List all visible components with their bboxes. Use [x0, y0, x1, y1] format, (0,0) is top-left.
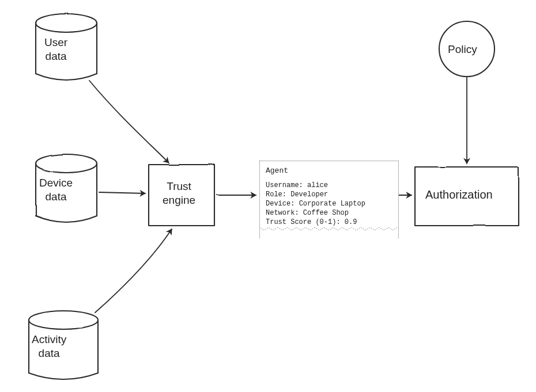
- label-device-data: Device data: [39, 176, 73, 204]
- agent-row-role: Role: Developer: [266, 190, 392, 199]
- agent-username-value: alice: [307, 181, 328, 189]
- arrow-user-to-trust: [89, 81, 169, 163]
- arrow-activity-to-trust: [95, 229, 172, 313]
- agent-title: Agent: [266, 166, 392, 176]
- agent-network-label: Network:: [266, 209, 299, 217]
- label-activity-data: Activity data: [32, 333, 66, 360]
- agent-role-label: Role:: [266, 191, 286, 199]
- agent-trust-value: 0.9: [345, 218, 357, 226]
- label-policy: Policy: [448, 43, 477, 56]
- agent-trust-label: Trust Score (0-1):: [266, 218, 341, 226]
- agent-row-network: Network: Coffee Shop: [266, 208, 392, 218]
- agent-role-value: Developer: [290, 191, 328, 199]
- svg-point-2: [29, 311, 98, 329]
- agent-row-device: Device: Corporate Laptop: [266, 199, 392, 208]
- diagram-stage: User data Device data Activity data Trus…: [0, 0, 536, 392]
- svg-point-0: [36, 14, 97, 32]
- agent-username-label: Username:: [266, 181, 303, 189]
- agent-device-value: Corporate Laptop: [299, 200, 365, 208]
- agent-network-value: Coffee Shop: [303, 209, 349, 217]
- svg-point-1: [36, 154, 97, 173]
- label-user-data: User data: [44, 36, 67, 63]
- agent-row-trust: Trust Score (0-1): 0.9: [266, 218, 392, 227]
- arrow-device-to-trust: [99, 192, 145, 193]
- agent-card: Agent Username: alice Role: Developer De…: [259, 161, 399, 238]
- label-authorization: Authorization: [425, 188, 493, 202]
- label-trust-engine: Trust engine: [163, 180, 195, 207]
- agent-row-username: Username: alice: [266, 181, 392, 190]
- agent-device-label: Device:: [266, 200, 295, 208]
